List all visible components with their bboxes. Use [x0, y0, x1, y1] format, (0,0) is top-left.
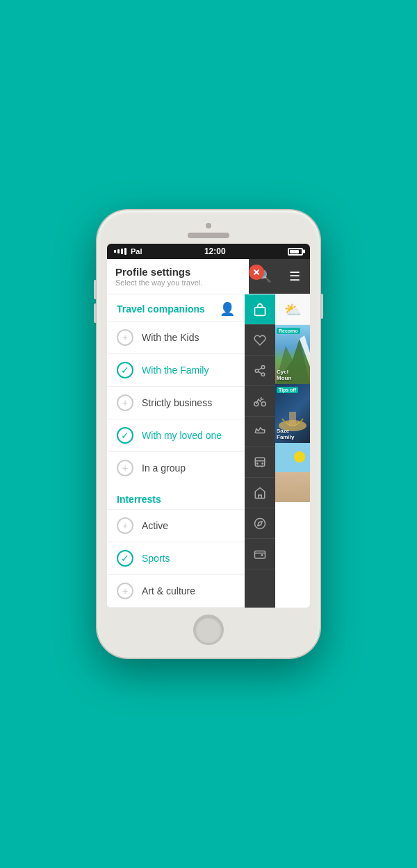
item-label: Sports	[142, 553, 170, 564]
list-item[interactable]: ✓ With the Family	[107, 353, 245, 386]
sidebar-item-bike[interactable]	[245, 386, 275, 417]
card-badge-2: Tips off	[277, 387, 298, 393]
add-icon: +	[117, 583, 133, 599]
card-image-beach	[275, 443, 310, 502]
signal-bar-2	[117, 249, 120, 253]
menu-button[interactable]: ☰	[279, 259, 310, 294]
card-title-2: SazeFamily	[277, 428, 294, 440]
list-item[interactable]: + With the Kids	[107, 321, 245, 353]
status-time: 12:00	[204, 247, 226, 256]
add-icon: +	[117, 329, 133, 346]
signal-strength: Pal	[114, 247, 142, 256]
page-title: Profile settings	[115, 266, 240, 278]
item-label: Active	[142, 520, 168, 531]
travel-companions-header: Travel companions 👤	[107, 294, 245, 321]
close-button[interactable]	[249, 265, 264, 280]
battery-indicator	[288, 248, 303, 256]
svg-point-3	[261, 373, 265, 376]
svg-point-20	[294, 451, 305, 462]
card-title: CyclMoun	[277, 369, 291, 381]
phone-frame: Pal 12:00 Profile settings Select the wa…	[97, 210, 320, 658]
sidebar-item-wallet[interactable]	[245, 539, 275, 569]
card-title-text-2: SazeFamily	[277, 428, 294, 440]
list-item[interactable]: + Art & culture	[107, 574, 245, 608]
svg-point-12	[255, 518, 265, 528]
camera	[206, 223, 211, 228]
add-icon: +	[117, 460, 133, 476]
interests-header: Interrests	[107, 487, 245, 509]
svg-rect-14	[255, 551, 265, 558]
signal-bar-4	[124, 248, 126, 255]
content-card-1[interactable]: Recomo CyclMoun	[275, 325, 310, 384]
svg-point-1	[261, 365, 265, 369]
item-label: With the Kids	[142, 332, 199, 343]
content-preview-panel: ⛅ Recomo CyclMoun	[275, 294, 310, 608]
left-panel: Travel companions 👤 + With the Kids ✓ Wi…	[107, 294, 245, 608]
item-label: Strictly business	[142, 397, 212, 408]
svg-line-4	[258, 372, 261, 374]
interests-title: Interrests	[117, 494, 161, 505]
sidebar-item-museum[interactable]	[245, 478, 275, 508]
svg-point-2	[255, 369, 259, 372]
check-icon: ✓	[117, 550, 133, 567]
weather-widget: ⛅	[275, 294, 310, 325]
phone-top	[107, 223, 310, 238]
svg-marker-13	[258, 521, 262, 525]
sidebar-item-bag[interactable]	[245, 294, 275, 325]
sidebar-item-shoe[interactable]	[245, 417, 275, 447]
speaker	[188, 233, 229, 238]
svg-rect-19	[289, 412, 296, 426]
screen: Pal 12:00 Profile settings Select the wa…	[107, 244, 310, 608]
right-sidebar	[245, 294, 275, 608]
status-bar: Pal 12:00	[107, 244, 310, 259]
svg-point-10	[262, 462, 263, 464]
page-subtitle: Select the way you travel.	[115, 278, 240, 287]
svg-rect-0	[255, 307, 265, 315]
item-label: Art & culture	[142, 585, 195, 596]
travel-companions-title: Travel companions	[117, 303, 205, 315]
battery-fill	[290, 250, 299, 253]
app-header: Profile settings Select the way you trav…	[107, 259, 310, 294]
sidebar-item-compass[interactable]	[245, 508, 275, 539]
check-icon: ✓	[117, 362, 133, 378]
svg-rect-8	[255, 458, 265, 466]
check-icon: ✓	[117, 427, 133, 444]
list-item[interactable]: ✓ With my loved one	[107, 419, 245, 451]
weather-icon: ⛅	[284, 301, 302, 318]
add-icon: +	[117, 394, 133, 411]
signal-bar-1	[114, 250, 116, 253]
list-item[interactable]: + Strictly business	[107, 386, 245, 419]
person-icon: 👤	[220, 301, 235, 317]
add-icon: +	[117, 517, 133, 534]
hamburger-icon: ☰	[289, 269, 300, 284]
item-label: With my loved one	[142, 430, 222, 441]
content-area: Travel companions 👤 + With the Kids ✓ Wi…	[107, 294, 310, 608]
card-badge: Recomo	[277, 328, 300, 334]
svg-point-9	[257, 462, 259, 464]
home-button[interactable]	[193, 615, 224, 645]
signal-bar-3	[121, 249, 123, 254]
sidebar-item-bus[interactable]	[245, 447, 275, 478]
list-item[interactable]: + In a group	[107, 451, 245, 484]
svg-line-5	[258, 367, 261, 369]
item-label: In a group	[142, 462, 186, 474]
content-card-2[interactable]: Tips off SazeFamily	[275, 384, 310, 443]
list-item[interactable]: + Active	[107, 509, 245, 542]
svg-point-7	[261, 401, 265, 406]
sidebar-item-share[interactable]	[245, 356, 275, 386]
content-card-3[interactable]	[275, 443, 310, 502]
card-title-text: CyclMoun	[277, 369, 291, 381]
carrier-label: Pal	[131, 247, 142, 256]
sidebar-item-heart[interactable]	[245, 325, 275, 356]
header-content: Profile settings Select the way you trav…	[107, 259, 249, 294]
item-label: With the Family	[142, 365, 208, 376]
list-item[interactable]: ✓ Sports	[107, 542, 245, 574]
phone-bottom	[107, 615, 310, 645]
volume-buttons	[94, 280, 97, 323]
power-button	[320, 294, 323, 319]
